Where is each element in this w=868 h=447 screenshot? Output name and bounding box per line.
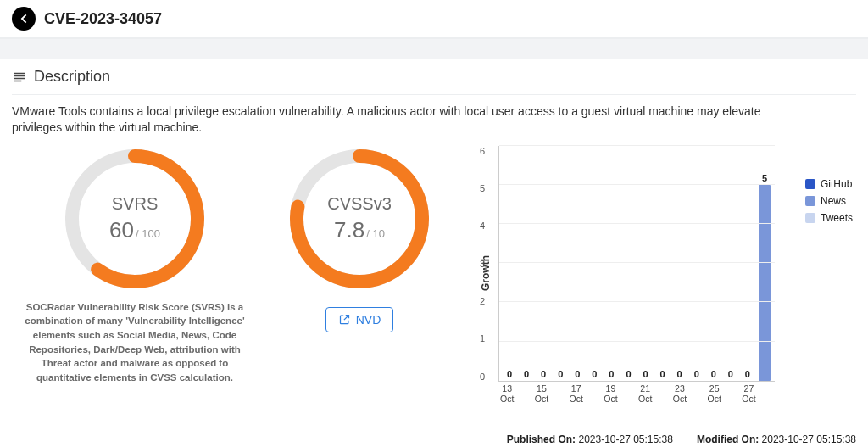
- svrs-label: SVRS: [112, 194, 158, 214]
- bar-value-label: 0: [507, 369, 512, 379]
- bar-value-label: 0: [626, 369, 631, 379]
- bar-value-label: 0: [711, 369, 716, 379]
- description-text: VMware Tools contains a local privilege …: [12, 103, 775, 136]
- bar-slot: 0: [586, 146, 603, 381]
- content-area: Description VMware Tools contains a loca…: [0, 59, 868, 400]
- x-tick-labels: 13 Oct15 Oct17 Oct19 Oct21 Oct23 Oct25 O…: [498, 383, 775, 400]
- bar-value-label: 0: [643, 369, 648, 379]
- legend-item[interactable]: GitHub: [805, 178, 853, 190]
- bars-container: 0000000000000005: [499, 146, 775, 381]
- legend-swatch: [805, 213, 815, 223]
- bar-value-label: 0: [745, 369, 750, 379]
- bar-value-label: 0: [694, 369, 699, 379]
- y-tick-labels: 6543210: [480, 146, 485, 382]
- footer-dates: Published On: 2023-10-27 05:15:38 Modifi…: [507, 433, 856, 445]
- arrow-left-icon: [17, 12, 31, 25]
- legend-item[interactable]: News: [805, 195, 853, 207]
- bar-value-label: 0: [609, 369, 614, 379]
- bar-slot: 0: [739, 146, 756, 381]
- bar-value-label: 0: [592, 369, 597, 379]
- cvss-gauge-column: CVSSv3 7.8/ 10 NVD: [275, 142, 444, 400]
- separator-bar: [0, 39, 868, 59]
- chart-legend: GitHubNewsTweets: [805, 178, 853, 224]
- bar-slot: 0: [535, 146, 552, 381]
- bar-value-label: 0: [524, 369, 529, 379]
- legend-label: News: [821, 195, 846, 207]
- back-button[interactable]: [12, 7, 36, 31]
- section-header: Description: [12, 68, 856, 95]
- bar-slot: 0: [603, 146, 620, 381]
- bar-value-label: 0: [660, 369, 665, 379]
- cvss-gauge: CVSSv3 7.8/ 10: [283, 142, 436, 295]
- cvss-label: CVSSv3: [327, 194, 392, 214]
- bar-slot: 0: [501, 146, 518, 381]
- legend-swatch: [805, 196, 815, 206]
- section-title: Description: [34, 68, 110, 86]
- bar-slot: 0: [688, 146, 705, 381]
- bar-slot: 0: [671, 146, 688, 381]
- bar-value-label: 5: [762, 173, 767, 183]
- bar-slot: 0: [705, 146, 722, 381]
- bar-value-label: 0: [541, 369, 546, 379]
- bar-slot: 0: [552, 146, 569, 381]
- bar: [759, 185, 771, 381]
- page-header: CVE-2023-34057: [0, 0, 868, 39]
- svrs-note: SOCRadar Vulnerability Risk Score (SVRS)…: [16, 300, 253, 385]
- cvss-value: 7.8/ 10: [334, 217, 385, 243]
- bar-value-label: 0: [558, 369, 563, 379]
- bar-value-label: 0: [728, 369, 733, 379]
- bar-slot: 0: [518, 146, 535, 381]
- legend-label: GitHub: [821, 178, 852, 190]
- legend-swatch: [805, 179, 815, 189]
- description-icon: [12, 70, 27, 85]
- bar-slot: 0: [637, 146, 654, 381]
- svrs-value: 60/ 100: [109, 217, 160, 243]
- bar-slot: 5: [756, 146, 773, 381]
- svrs-gauge-column: SVRS 60/ 100 SOCRadar Vulnerability Risk…: [12, 142, 258, 400]
- bar-slot: 0: [569, 146, 586, 381]
- bar-slot: 0: [620, 146, 637, 381]
- plot-area: 0000000000000005: [498, 146, 775, 382]
- cve-id-title: CVE-2023-34057: [44, 10, 162, 28]
- svrs-gauge: SVRS 60/ 100: [58, 142, 211, 295]
- bar-slot: 0: [654, 146, 671, 381]
- nvd-link-button[interactable]: NVD: [326, 307, 394, 332]
- bar-value-label: 0: [575, 369, 580, 379]
- bar-value-label: 0: [677, 369, 682, 379]
- legend-label: Tweets: [821, 212, 853, 224]
- external-link-icon: [338, 313, 351, 326]
- bar-slot: 0: [722, 146, 739, 381]
- legend-item[interactable]: Tweets: [805, 212, 853, 224]
- growth-chart: Growth 6543210 0000000000000005 13 Oct15…: [461, 142, 856, 400]
- panels-row: SVRS 60/ 100 SOCRadar Vulnerability Risk…: [12, 142, 856, 400]
